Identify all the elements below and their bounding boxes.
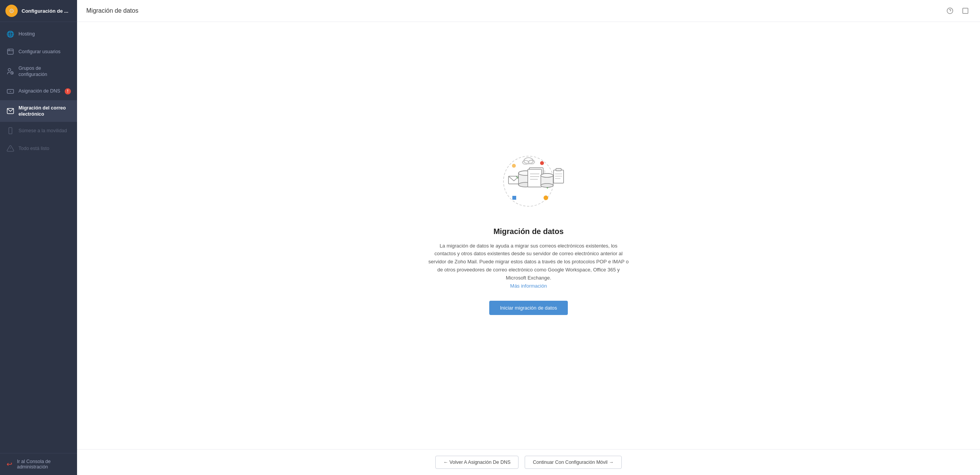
migration-title: Migración de datos (493, 227, 564, 236)
help-icon[interactable] (945, 5, 955, 16)
sidebar-item-hosting[interactable]: 🌐 Hosting (0, 25, 77, 43)
migration-description: La migración de datos le ayuda a migrar … (428, 242, 629, 290)
sidebar-footer: ↩ Ir al Consola de administración (0, 453, 77, 475)
migration-illustration (482, 141, 575, 218)
topbar-actions (945, 5, 971, 16)
sidebar-item-sumese-movilidad-label: Súmese a la movilidad (18, 128, 71, 134)
sidebar-item-asignacion-dns[interactable]: Asignación de DNS ! (0, 83, 77, 100)
svg-rect-39 (528, 169, 542, 187)
main-content: Migración de datos (77, 0, 980, 475)
todo-listo-icon (6, 144, 15, 153)
svg-rect-48 (556, 168, 561, 171)
app-logo: ⚙ (5, 5, 18, 17)
start-migration-button[interactable]: Iniciar migración de datos (489, 301, 568, 315)
grupos-configuracion-icon (6, 67, 15, 76)
bottom-bar: ← Volver A Asignación De DNS Continuar C… (77, 449, 980, 475)
configurar-usuarios-icon (6, 47, 15, 56)
svg-point-26 (544, 195, 548, 200)
sidebar-item-hosting-label: Hosting (18, 31, 71, 37)
svg-rect-27 (512, 196, 516, 200)
sidebar: ⚙ Configuración de ... 🌐 Hosting Configu… (0, 0, 77, 475)
svg-point-28 (512, 164, 516, 168)
admin-console-label: Ir al Consola de administración (17, 459, 71, 470)
svg-point-46 (541, 173, 553, 177)
topbar: Migración de datos (77, 0, 980, 22)
sidebar-header: ⚙ Configuración de ... (0, 0, 77, 22)
app-title: Configuración de ... (22, 8, 68, 14)
page-title: Migración de datos (86, 7, 138, 14)
sidebar-item-asignacion-dns-label: Asignación de DNS (18, 88, 61, 94)
asignacion-dns-badge: ! (65, 88, 71, 94)
sidebar-item-configurar-usuarios[interactable]: Configurar usuarios (0, 43, 77, 61)
sidebar-item-sumese-movilidad: Súmese a la movilidad (0, 122, 77, 140)
hosting-icon: 🌐 (6, 30, 15, 38)
sidebar-nav: 🌐 Hosting Configurar usuarios Grupos de … (0, 22, 77, 453)
sidebar-item-migracion-correo[interactable]: Migración del correo electrónico (0, 100, 77, 122)
svg-point-45 (541, 184, 553, 187)
sidebar-item-todo-listo-label: Todo está listo (18, 145, 71, 152)
sidebar-item-migracion-correo-label: Migración del correo electrónico (18, 105, 71, 118)
sumese-movilidad-icon (6, 126, 15, 135)
migration-card: Migración de datos La migración de datos… (428, 141, 629, 315)
content-area: Migración de datos La migración de datos… (77, 22, 980, 449)
window-icon[interactable] (960, 5, 971, 16)
asignacion-dns-icon (6, 87, 15, 96)
learn-more-link[interactable]: Más información (510, 283, 547, 289)
migracion-correo-icon (6, 107, 15, 115)
app-logo-icon: ⚙ (9, 7, 14, 15)
sidebar-item-configurar-usuarios-label: Configurar usuarios (18, 49, 71, 55)
svg-point-3 (8, 69, 11, 71)
admin-console-icon: ↩ (6, 460, 13, 468)
svg-rect-0 (8, 49, 13, 54)
next-button[interactable]: Continuar Con Configuración Móvil → (525, 456, 622, 469)
sidebar-item-todo-listo: Todo está listo (0, 140, 77, 157)
sidebar-item-grupos-configuracion[interactable]: Grupos de configuración (0, 61, 77, 83)
svg-rect-9 (9, 128, 12, 134)
back-button[interactable]: ← Volver A Asignación De DNS (435, 456, 519, 469)
svg-point-25 (540, 161, 544, 165)
sidebar-item-grupos-configuracion-label: Grupos de configuración (18, 65, 71, 78)
go-to-admin-console-button[interactable]: ↩ Ir al Consola de administración (6, 459, 71, 470)
svg-rect-47 (554, 170, 564, 183)
svg-rect-15 (963, 8, 968, 13)
